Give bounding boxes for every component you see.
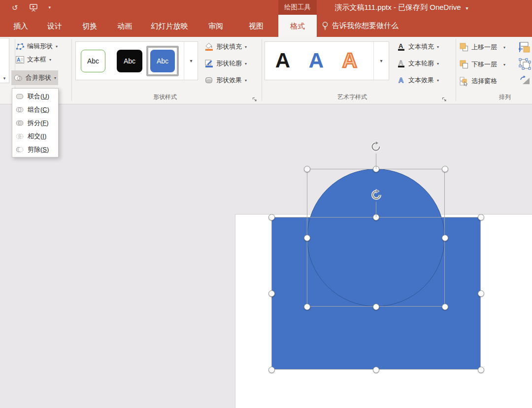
bring-forward-button[interactable]: 上移一层 ▾ [457,41,507,54]
group-objects-icon[interactable] [519,58,532,70]
selection-handle[interactable] [373,367,379,373]
rotation-handle-icon[interactable] [369,140,382,153]
shape-style-swatch-2[interactable]: Abc [117,50,142,72]
shape-effects-caret-icon: ▾ [245,78,247,83]
text-box-button[interactable]: A 文本框 ▾ [13,53,53,66]
shape-fill-button[interactable]: 形状填充 ▾ [202,40,249,53]
tell-me-box[interactable]: 告诉我你想要做什么 [322,15,399,37]
selection-pane-label: 选择窗格 [471,77,497,86]
tab-transitions[interactable]: 切换 [77,15,102,37]
shape-outline-icon [204,59,214,68]
shape-styles-more-button[interactable]: ▾ [184,42,198,80]
text-outline-caret-icon: ▾ [437,62,439,66]
text-outline-icon: A [396,59,406,68]
rotation-stem [376,202,376,217]
svg-text:A: A [399,76,403,84]
svg-text:A: A [399,59,403,66]
wordart-styles-more-icon: ▾ [380,58,382,63]
edit-shape-button[interactable]: 编辑形状 ▾ [13,40,60,53]
merge-shapes-button[interactable]: 合并形状 ▾ [11,70,58,85]
selection-handle[interactable] [478,367,484,373]
rotation-stem [376,154,376,169]
selection-handle[interactable] [442,166,448,172]
wordart-styles-gallery: A A A ▾ [265,41,389,80]
shape-style-swatch-3-selected-frame: Abc [146,46,179,76]
text-outline-button[interactable]: A 文本轮廓 ▾ [394,57,441,70]
customize-quick-access-icon[interactable]: ▾ [49,5,51,10]
menu-item-union[interactable]: 联合(U) [12,90,58,103]
selection-handle[interactable] [268,367,275,373]
titlebar: ↺ ▾ 演示文稿111.pptx - 已保存到 OneDrive▾ 绘图工具 [0,0,532,15]
combine-icon [15,105,24,114]
shape-outline-caret-icon: ▾ [245,62,247,66]
menu-item-subtract[interactable]: 剪除(S) [12,143,58,156]
selection-pane-button[interactable]: 选择窗格 [457,75,499,88]
onedrive-status-caret-icon[interactable]: ▾ [466,5,468,11]
menu-item-label: 拆分 [28,119,40,126]
text-fill-label: 文本填充 [408,42,434,51]
text-outline-label: 文本轮廓 [408,59,434,68]
wordart-sample-2[interactable]: A [303,42,329,79]
bring-forward-icon [459,43,469,52]
text-box-icon: A [15,55,25,64]
wordart-styles-more-button[interactable]: ▾ [373,42,389,80]
group-separator [71,39,72,101]
tab-slideshow[interactable]: 幻灯片放映 [145,15,194,37]
merge-shapes-menu: 联合(U) 组合(C) 拆分(F) 相交(I) [12,88,59,157]
text-effects-icon: A [396,76,406,85]
merge-shapes-icon [13,73,23,82]
gallery-more-icon[interactable]: ▾ [3,76,6,81]
tab-design[interactable]: 设计 [42,15,67,37]
menu-item-intersect[interactable]: 相交(I) [12,129,58,143]
rotation-handle-icon[interactable] [370,188,383,201]
wordart-styles-dialog-launcher-icon[interactable] [442,95,447,100]
shape-styles-dialog-launcher-icon[interactable] [252,95,257,100]
ribbon-tab-bar: 插入 设计 切换 动画 幻灯片放映 审阅 视图 格式 告诉我你想要做什么 [0,15,532,37]
text-effects-label: 文本效果 [408,76,434,85]
merge-shapes-caret-icon: ▾ [54,76,56,80]
text-fill-caret-icon: ▾ [437,45,439,49]
edit-shape-label: 编辑形状 [27,42,53,51]
insert-shapes-gallery-partial[interactable]: ▾ [0,38,9,83]
selection-handle[interactable] [268,290,275,297]
selection-handle[interactable] [304,166,310,172]
shape-styles-gallery: Abc Abc Abc ▾ [75,41,198,80]
rotate-objects-icon[interactable] [519,75,531,85]
text-effects-button[interactable]: A 文本效果 ▾ [394,74,441,87]
text-fill-button[interactable]: A 文本填充 ▾ [394,40,441,53]
selection-handle[interactable] [478,290,484,297]
align-objects-icon[interactable] [519,42,532,53]
shape-outline-label: 形状轮廓 [216,59,242,68]
send-backward-label: 下移一层 [471,60,497,69]
send-backward-button[interactable]: 下移一层 ▾ [457,58,507,71]
shape-effects-button[interactable]: 形状效果 ▾ [202,74,249,87]
tab-review[interactable]: 审阅 [203,15,228,37]
edit-shape-caret-icon: ▾ [56,44,58,49]
send-backward-icon [459,60,469,69]
undo-icon[interactable]: ↺ [12,4,18,11]
svg-text:A: A [17,57,20,63]
tab-insert[interactable]: 插入 [8,15,33,37]
menu-item-fragment[interactable]: 拆分(F) [12,116,58,129]
wordart-sample-1[interactable]: A [270,42,296,79]
menu-item-label: 组合 [28,106,40,113]
tab-animations[interactable]: 动画 [112,15,137,37]
powerpoint-window: ↺ ▾ 演示文稿111.pptx - 已保存到 OneDrive▾ 绘图工具 插… [0,0,532,408]
shape-effects-icon [204,76,214,85]
shape-style-swatch-1[interactable]: Abc [81,50,105,72]
text-box-caret-icon: ▾ [49,58,51,62]
tab-view[interactable]: 视图 [244,15,268,37]
selection-handle[interactable] [478,214,484,220]
shape-style-swatch-3-selected[interactable]: Abc [150,50,175,72]
wordart-sample-3[interactable]: A [337,42,363,79]
tab-format-active[interactable]: 格式 [278,15,317,37]
shape-fill-icon [204,42,214,51]
text-box-label: 文本框 [27,55,46,64]
fragment-icon [15,119,24,127]
menu-item-combine[interactable]: 组合(C) [12,103,58,116]
bring-forward-caret-icon: ▾ [503,45,505,50]
selection-handle[interactable] [268,214,275,220]
start-slideshow-icon[interactable] [29,3,38,12]
send-backward-caret-icon: ▾ [503,63,505,67]
shape-outline-button[interactable]: 形状轮廓 ▾ [202,57,249,70]
